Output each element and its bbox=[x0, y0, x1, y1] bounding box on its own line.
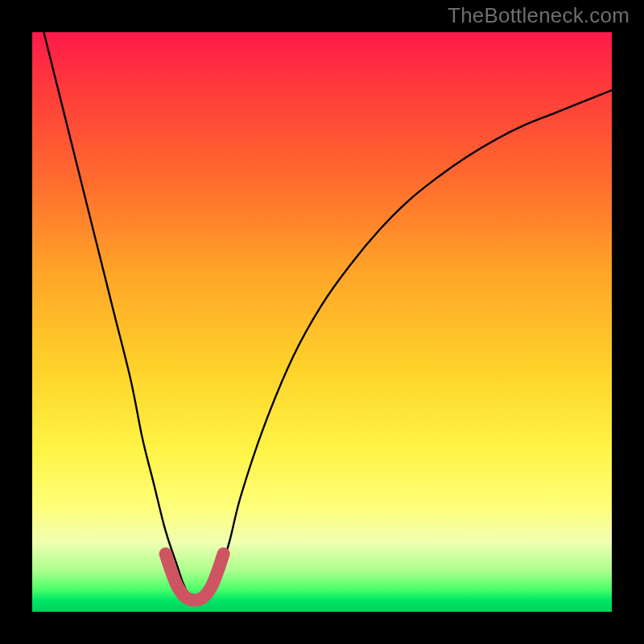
watermark-text: TheBottleneck.com bbox=[448, 3, 630, 28]
bottleneck-curve-path bbox=[43, 32, 612, 601]
curve-svg bbox=[32, 32, 612, 612]
highlight-segment-path bbox=[166, 554, 224, 601]
plot-area bbox=[32, 32, 612, 612]
chart-frame: TheBottleneck.com bbox=[0, 0, 644, 644]
